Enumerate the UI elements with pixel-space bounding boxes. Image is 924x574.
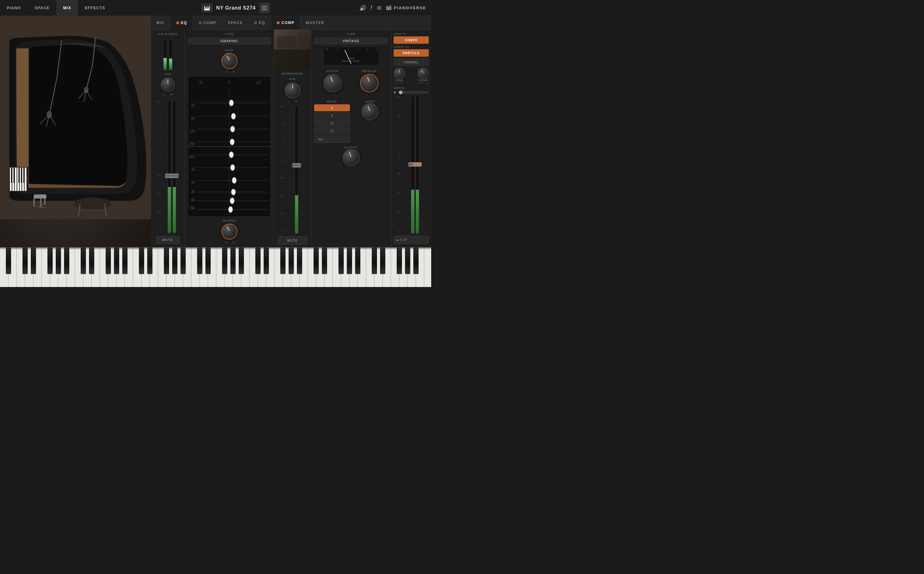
- eq1-section: TYPE GRAPHIC GAIN -20 20: [185, 30, 274, 247]
- tab-piano[interactable]: PIANO: [0, 0, 28, 16]
- tab-space[interactable]: SPACE: [28, 0, 56, 16]
- attack-group: ATTACK 1 7: [323, 69, 342, 96]
- svg-rect-175: [413, 248, 419, 274]
- svg-rect-36: [33, 198, 35, 206]
- svg-rect-0: [386, 6, 388, 10]
- ch2-db-scale: +12 +6 0 -8 -16 -27 -44 -∞: [277, 105, 284, 234]
- speaker-icon[interactable]: 🔊: [360, 5, 366, 11]
- ratio-buttons: 4 8 12 20: [314, 104, 350, 134]
- comp-output-knob[interactable]: [342, 149, 360, 166]
- type-label-1: TYPE: [188, 33, 271, 36]
- fader-track-r[interactable]: [172, 100, 176, 233]
- mute-button-1[interactable]: MUTE: [156, 236, 179, 244]
- svg-rect-159: [230, 248, 236, 274]
- release-knob[interactable]: [360, 74, 378, 92]
- all-button[interactable]: ALL: [314, 136, 350, 143]
- mute-button-2[interactable]: MUTE: [278, 237, 307, 244]
- choral-button[interactable]: CHORAL: [394, 58, 429, 66]
- ratio-12[interactable]: 12: [314, 120, 350, 126]
- pan-knob[interactable]: [161, 77, 175, 92]
- ratio-8[interactable]: 8: [314, 112, 350, 119]
- comp1-power-dot[interactable]: [199, 21, 202, 24]
- tab-comp1[interactable]: COMP: [193, 16, 222, 30]
- svg-rect-146: [81, 248, 86, 274]
- svg-point-65: [231, 126, 235, 132]
- svg-rect-3: [391, 6, 391, 10]
- flip-button[interactable]: ⏭ FLIP: [394, 236, 429, 244]
- partcls-button[interactable]: PARTCLS: [394, 49, 429, 57]
- tab-eq1[interactable]: EQ: [170, 16, 193, 30]
- ch2-level-fill: [295, 195, 298, 234]
- svg-rect-142: [31, 248, 36, 274]
- pan-label: PAN: [164, 73, 171, 76]
- piano-top-view: [0, 16, 151, 247]
- convo-button[interactable]: CONVO: [394, 36, 429, 44]
- instrument-name: NY Grand S274: [216, 5, 255, 11]
- nav-right: 🔊 ! ⚙ PIANOVERSE: [360, 5, 431, 11]
- svg-point-77: [230, 198, 234, 203]
- type-display-1: GRAPHIC: [188, 38, 271, 44]
- svg-text:16k: 16k: [189, 205, 195, 210]
- master-fader-thumb-r[interactable]: [413, 162, 422, 167]
- gain-section: GAIN -20 20: [188, 49, 271, 73]
- tab-mix[interactable]: MIX: [56, 0, 78, 16]
- ch2-fader-tracks: [285, 105, 308, 234]
- attack-knob[interactable]: [323, 74, 342, 92]
- fader-thumb-r[interactable]: [170, 173, 179, 178]
- master-fader-tracks: [401, 96, 429, 234]
- ch2-fader-thumb[interactable]: [292, 163, 301, 167]
- comp-type-display: VINTAGE: [314, 38, 388, 44]
- tone-group: TONE -5 +5: [394, 68, 405, 85]
- svg-rect-151: [139, 248, 144, 274]
- menu-button[interactable]: [259, 3, 270, 13]
- width-thumb[interactable]: [399, 90, 402, 94]
- main-area: MIC EQ COMP SPACE EQ COMP MASTER: [0, 16, 431, 247]
- svg-point-63: [231, 114, 235, 119]
- keyboard-svg: // We'll draw this statically: [0, 248, 431, 287]
- width-slider[interactable]: [398, 91, 429, 94]
- pan-knob-container: PAN L R: [161, 73, 175, 96]
- gain-knob[interactable]: [221, 53, 238, 69]
- send-fx-row: SEND FX CONVO: [394, 33, 429, 44]
- tab-eq2[interactable]: EQ: [249, 16, 271, 30]
- fader-track-l[interactable]: [167, 100, 171, 233]
- warning-icon[interactable]: !: [371, 5, 372, 11]
- tab-mic[interactable]: MIC: [151, 16, 170, 30]
- insert-fx-label: INSERT FX: [394, 46, 429, 48]
- settings-icon[interactable]: ⚙: [377, 5, 382, 11]
- input-label: INPUT: [365, 100, 375, 103]
- svg-point-69: [229, 152, 233, 158]
- output-knob[interactable]: [221, 224, 238, 240]
- fader-section: +12 +6 0 -8 -16 -27 -44 -∞: [153, 100, 182, 233]
- piano-svg: [0, 16, 151, 219]
- tone-range: -5 +5: [396, 82, 403, 85]
- tab-master[interactable]: MASTER: [300, 16, 431, 30]
- svg-rect-157: [205, 248, 211, 274]
- ratio-4[interactable]: 4: [314, 104, 350, 111]
- master-comp-knob[interactable]: [418, 68, 429, 79]
- master-db-scale: +12 +6 0 -8 -16 -27 -44 -∞: [394, 96, 401, 234]
- master-fader-track-r[interactable]: [415, 96, 419, 234]
- tab-effects[interactable]: EFFECTS: [78, 0, 112, 16]
- svg-rect-145: [64, 248, 69, 274]
- space-channel: WAREHOUSE PAN L R +12 +6: [274, 30, 311, 247]
- ratio-20[interactable]: 20: [314, 128, 350, 134]
- ch2-pan-knob[interactable]: [285, 82, 301, 99]
- piano-keyboard: // We'll draw this statically: [0, 247, 431, 287]
- comp2-power-dot[interactable]: [277, 21, 280, 24]
- tab-space[interactable]: SPACE: [222, 16, 249, 30]
- piano-area: [0, 16, 151, 247]
- brand-icon: [386, 5, 392, 11]
- svg-rect-17: [21, 167, 22, 183]
- tone-knob[interactable]: [394, 68, 405, 79]
- eq-graphic[interactable]: -12 0 +12 31 63 125 250 500 1k 2k 4k 8k …: [188, 76, 271, 217]
- svg-text:+12: +12: [255, 79, 261, 85]
- ch2-pan-label: PAN: [289, 77, 296, 81]
- svg-text:250: 250: [189, 141, 195, 146]
- ch2-fader-track[interactable]: [295, 105, 298, 234]
- eq2-power-dot[interactable]: [254, 21, 257, 24]
- eq1-power-dot[interactable]: [176, 21, 179, 24]
- brand: PIANOVERSE: [386, 5, 426, 11]
- tab-comp2[interactable]: COMP: [271, 16, 300, 30]
- input-knob[interactable]: [361, 103, 378, 120]
